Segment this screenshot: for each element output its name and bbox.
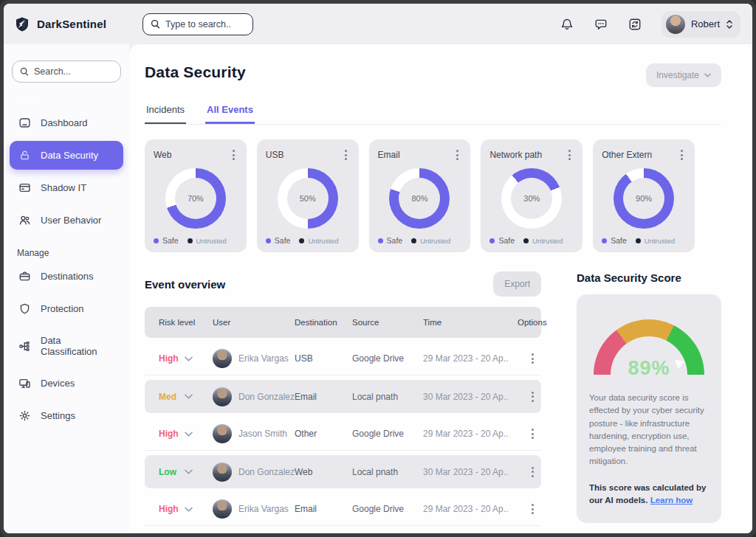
learn-how-link[interactable]: Learn how — [650, 496, 693, 505]
safe-dot — [266, 238, 271, 243]
safe-dot — [489, 238, 495, 243]
chevron-down-icon[interactable] — [185, 432, 213, 437]
donut-center-label: 50% — [278, 168, 338, 229]
row-options — [518, 427, 540, 440]
kebab-menu-icon[interactable] — [529, 390, 537, 403]
sync-icon[interactable] — [628, 17, 642, 32]
users-icon — [18, 214, 31, 226]
sidebar-item-label: Protection — [41, 303, 84, 314]
user-cell: Erika Vargas — [213, 349, 295, 368]
donut-chart-wrap: 30% — [489, 168, 574, 229]
kebab-menu-icon[interactable] — [342, 148, 350, 162]
user-name: Erika Vargas — [238, 504, 289, 514]
event-overview-section: Event overview Export Risk level User De… — [145, 271, 541, 526]
risk-level-badge: High — [146, 429, 185, 439]
kebab-menu-icon[interactable] — [678, 148, 686, 162]
kebab-menu-icon[interactable] — [529, 427, 537, 440]
topbar-search-input[interactable] — [165, 19, 245, 30]
bell-icon[interactable] — [560, 17, 574, 32]
sidebar-item-dashboard[interactable]: Dashboard — [10, 108, 123, 137]
donut-chart: 90% — [614, 168, 674, 229]
donut-legend: SafeUntrusted — [154, 236, 238, 245]
shield-logo-icon — [14, 16, 30, 32]
topbar-actions: Robert — [560, 11, 740, 38]
sidebar-item-settings[interactable]: Settings — [10, 401, 123, 430]
chevron-up-down-icon — [726, 19, 733, 30]
investigate-button[interactable]: Investigate — [646, 63, 721, 87]
user-name: Jason Smith — [238, 429, 287, 439]
time-cell: 29 Mar 2023 - 20 Ap.. — [423, 353, 518, 364]
sidebar-manage: DestinationsProtectionData Classificatio… — [10, 262, 123, 430]
score-title: Data Security Score — [577, 271, 721, 284]
app-title: DarkSentinel — [37, 18, 106, 30]
sidebar-item-user-behavior[interactable]: User Behavior — [10, 206, 123, 235]
legend-safe-label: Safe — [275, 236, 291, 245]
donut-card-network-path: Network path30%SafeUntrusted — [481, 139, 583, 252]
table-row: HighJason SmithOtherGoogle Drive29 Mar 2… — [145, 418, 541, 451]
untrusted-dot — [188, 238, 193, 243]
kebab-menu-icon[interactable] — [566, 148, 574, 162]
sidebar-item-protection[interactable]: Protection — [10, 294, 123, 323]
kebab-menu-icon[interactable] — [529, 465, 537, 479]
table-row: HighErika VargasUSBGoogle Drive29 Mar 20… — [145, 342, 541, 375]
chat-icon[interactable] — [594, 17, 608, 32]
chevron-down-icon[interactable] — [185, 507, 213, 512]
column-time: Time — [423, 318, 518, 327]
sidebar-manage-label: Manage — [17, 248, 123, 258]
search-icon — [20, 67, 29, 76]
risk-level-badge: High — [146, 353, 185, 364]
chevron-down-icon[interactable] — [185, 356, 213, 361]
tab-incidents[interactable]: Incidents — [145, 100, 186, 124]
kebab-menu-icon[interactable] — [529, 502, 537, 516]
row-options — [518, 502, 540, 516]
tab-all-events[interactable]: All Events — [205, 100, 255, 124]
tab-bar: Incidents All Events — [145, 100, 721, 125]
time-cell: 29 Mar 2023 - 20 Ap.. — [423, 504, 518, 514]
legend-untrusted: Untrusted — [523, 237, 563, 245]
sidebar-item-label: Shadow IT — [41, 182, 86, 193]
destination-cell: Web — [295, 467, 352, 477]
logo: DarkSentinel — [14, 16, 132, 32]
sidebar: Menu DashboardData SecurityShadow ITUser… — [4, 44, 129, 533]
donut-legend: SafeUntrusted — [378, 236, 462, 245]
destination-cell: Other — [295, 429, 352, 439]
user-menu[interactable]: Robert — [662, 11, 740, 38]
shield-icon — [18, 302, 31, 315]
sidebar-menu: DashboardData SecurityShadow ITUser Beha… — [10, 108, 123, 235]
sidebar-item-data-security[interactable]: Data Security — [10, 141, 123, 170]
sidebar-item-label: Destinations — [41, 271, 94, 282]
sidebar-item-destinations[interactable]: Destinations — [10, 262, 123, 291]
topbar: DarkSentinel — [4, 4, 752, 44]
legend-safe: Safe — [266, 236, 291, 245]
kebab-menu-icon[interactable] — [230, 148, 238, 162]
kebab-menu-icon[interactable] — [453, 148, 461, 162]
user-cell: Jason Smith — [213, 424, 295, 443]
security-score-gauge: 89% — [594, 319, 704, 375]
row-options — [518, 352, 540, 365]
chevron-down-icon[interactable] — [185, 394, 213, 399]
sidebar-item-devices[interactable]: Devices — [10, 369, 123, 398]
sidebar-item-label: Devices — [41, 378, 75, 389]
sidebar-search-input[interactable] — [34, 66, 113, 77]
avatar — [213, 424, 232, 443]
untrusted-dot — [636, 238, 641, 243]
kebab-menu-icon[interactable] — [529, 352, 537, 365]
chevron-down-icon[interactable] — [185, 469, 213, 474]
column-user: User — [213, 318, 295, 327]
time-cell: 29 Mar 2023 - 20 Ap.. — [423, 429, 518, 439]
donut-card-usb: USB50%SafeUntrusted — [257, 139, 359, 252]
risk-level-badge: Med — [146, 392, 185, 402]
donut-card-other-extern: Other Extern90%SafeUntrusted — [593, 139, 695, 252]
sidebar-item-data-classification[interactable]: Data Classification — [10, 327, 123, 365]
sidebar-item-shadow-it[interactable]: Shadow IT — [10, 173, 123, 202]
classification-icon — [18, 340, 31, 353]
destination-cell: USB — [295, 353, 352, 364]
export-button[interactable]: Export — [493, 271, 541, 297]
legend-safe-label: Safe — [611, 236, 627, 245]
main-content: Data Security Investigate Incidents All … — [129, 44, 752, 533]
gear-icon — [18, 409, 31, 422]
donut-card-title: Network path — [489, 150, 542, 160]
briefcase-icon — [18, 270, 31, 283]
source-cell: Local pnath — [352, 392, 423, 402]
safe-dot — [602, 238, 607, 243]
